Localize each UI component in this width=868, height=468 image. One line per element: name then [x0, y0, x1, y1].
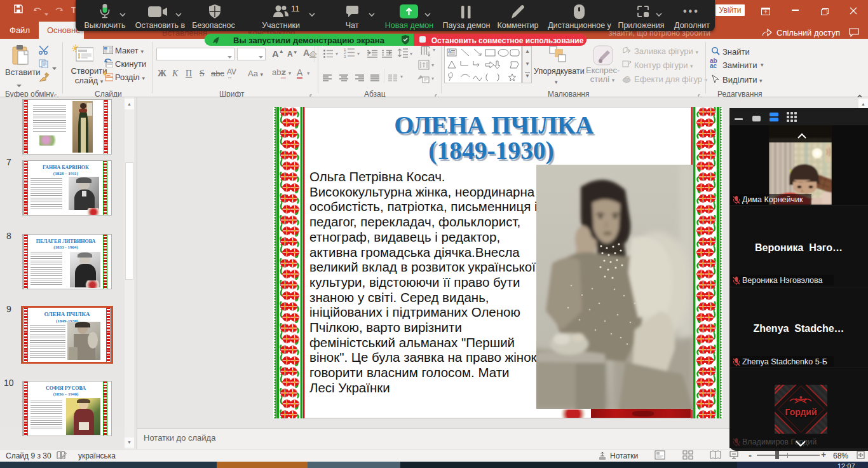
svg-text:A: A — [448, 49, 451, 53]
svg-text:3: 3 — [344, 55, 346, 59]
svg-text:A: A — [303, 48, 309, 58]
svg-text:Гордий: Гордий — [785, 407, 817, 417]
